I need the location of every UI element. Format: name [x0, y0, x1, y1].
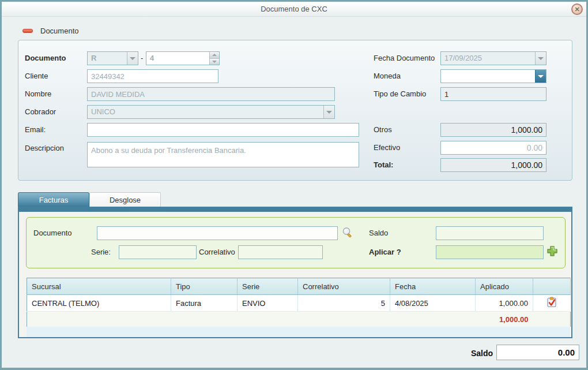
- fecha-documento-select[interactable]: 17/09/2025: [440, 51, 546, 65]
- section-header: Documento: [22, 27, 78, 35]
- descripcion-textarea[interactable]: Abono a su deuda por Transferencia Banca…: [87, 142, 359, 167]
- search-saldo-input: [436, 226, 544, 240]
- total-input: [440, 158, 546, 172]
- nombre-input: [87, 87, 335, 101]
- spinner-up-icon[interactable]: [210, 52, 219, 59]
- aplicado-total: 1,000.00: [476, 312, 533, 327]
- descripcion-label: Descripcion: [25, 141, 64, 155]
- total-label: Total:: [374, 158, 393, 172]
- cell-fecha: 4/08/2025: [390, 295, 476, 312]
- col-tipo[interactable]: Tipo: [171, 278, 238, 295]
- aplicar-label: Aplicar ?: [369, 245, 401, 259]
- col-correlativo[interactable]: Correlativo: [298, 278, 390, 295]
- documento-serie-select[interactable]: R: [87, 51, 138, 65]
- table-row[interactable]: CENTRAL (TELMO) Factura ENVIO 5 4/08/202…: [27, 295, 571, 312]
- aplicar-input[interactable]: [436, 245, 544, 259]
- tipo-cambio-input: [440, 87, 546, 101]
- chevron-down-icon[interactable]: [535, 52, 546, 65]
- footer-saldo-label: Saldo: [429, 346, 493, 360]
- tab-desglose[interactable]: Desglose: [89, 192, 161, 207]
- nombre-label: Nombre: [25, 87, 51, 101]
- invoices-table: Sucursal Tipo Serie Correlativo Fecha Ap…: [27, 278, 571, 327]
- cobrador-select[interactable]: UNICO: [87, 105, 335, 119]
- cell-sucursal: CENTRAL (TELMO): [27, 295, 171, 312]
- tab-strip: Facturas Desglose: [18, 192, 161, 207]
- title-bar: Documento de CXC ✕: [2, 2, 586, 17]
- invoice-search-panel: [26, 217, 566, 268]
- cliente-label: Cliente: [25, 69, 48, 83]
- otros-label: Otros: [374, 123, 392, 137]
- cell-action: [533, 295, 571, 312]
- col-serie[interactable]: Serie: [238, 278, 298, 295]
- tipo-cambio-label: Tipo de Cambio: [374, 87, 426, 101]
- email-input[interactable]: [87, 123, 359, 137]
- close-icon[interactable]: ✕: [571, 3, 583, 15]
- col-actions: [533, 278, 571, 295]
- col-sucursal[interactable]: Sucursal: [27, 278, 171, 295]
- col-aplicado[interactable]: Aplicado: [476, 278, 533, 295]
- otros-input: [440, 123, 546, 137]
- search-saldo-label: Saldo: [369, 226, 388, 240]
- efectivo-input[interactable]: [440, 141, 546, 155]
- efectivo-label: Efectivo: [374, 141, 400, 155]
- magnifier-icon[interactable]: [341, 226, 354, 239]
- col-fecha[interactable]: Fecha: [390, 278, 476, 295]
- moneda-select[interactable]: [440, 69, 546, 83]
- moneda-label: Moneda: [374, 69, 401, 83]
- email-label: Email:: [25, 123, 46, 137]
- window-title: Documento de CXC: [261, 5, 327, 13]
- chevron-down-icon[interactable]: [127, 52, 138, 65]
- chevron-down-icon[interactable]: [535, 70, 546, 83]
- footer-saldo-input: [496, 345, 579, 360]
- tab-facturas[interactable]: Facturas: [18, 192, 89, 207]
- table-header-row: Sucursal Tipo Serie Correlativo Fecha Ap…: [27, 278, 571, 295]
- correlativo-input[interactable]: [238, 245, 323, 259]
- green-plus-icon[interactable]: [546, 245, 559, 257]
- correlativo-label: Correlativo: [199, 245, 235, 259]
- documento-cxc-dialog: Documento de CXC ✕ Documento Documento C…: [0, 0, 588, 370]
- cell-tipo: Factura: [171, 295, 238, 312]
- clipboard-check-icon[interactable]: [546, 297, 557, 308]
- serie-input[interactable]: [119, 245, 197, 259]
- search-documento-input[interactable]: [97, 226, 338, 240]
- cell-serie: ENVIO: [238, 295, 298, 312]
- search-documento-label: Documento: [33, 226, 71, 240]
- documento-separator: -: [141, 51, 143, 65]
- collapse-dash-icon[interactable]: [22, 29, 33, 33]
- cobrador-label: Cobrador: [25, 105, 56, 119]
- chevron-down-icon[interactable]: [323, 106, 334, 118]
- section-title: Documento: [40, 27, 78, 35]
- fecha-documento-label: Fecha Documento: [374, 51, 435, 65]
- cell-aplicado: 1,000.00: [476, 295, 533, 312]
- cliente-input[interactable]: [87, 69, 218, 83]
- serie-label: Serie:: [91, 245, 111, 259]
- table-total-row: 1,000.00: [27, 312, 571, 327]
- documento-label: Documento: [25, 51, 66, 65]
- cell-correlativo: 5: [298, 295, 390, 312]
- spinner-down-icon[interactable]: [210, 59, 219, 65]
- documento-numero-stepper[interactable]: 4: [146, 51, 220, 65]
- grid-empty-area: [27, 327, 570, 337]
